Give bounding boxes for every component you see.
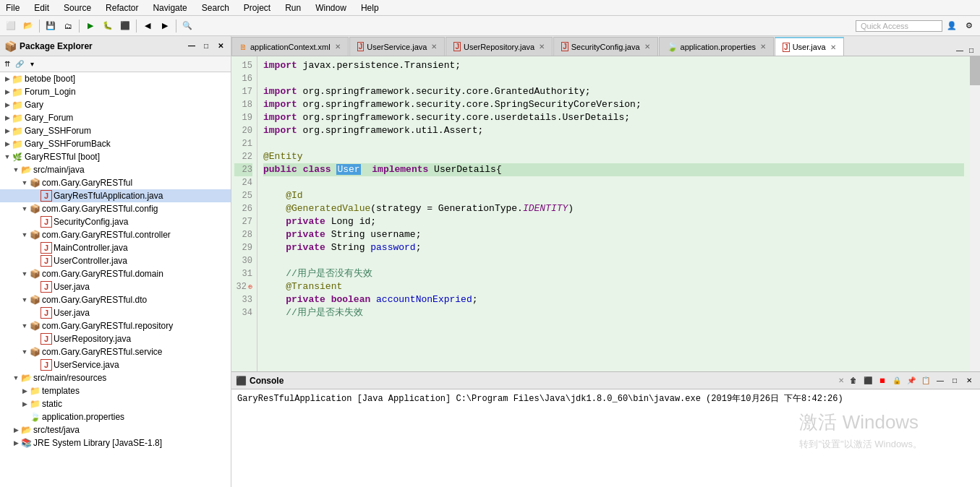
- tree-item-pkg-service[interactable]: ▼ 📦 com.Gary.GaryRESTful.service: [0, 345, 231, 358]
- tree-item-forum-login[interactable]: ▶ 📁 Forum_Login: [0, 85, 231, 98]
- tab-applicationcontext[interactable]: 🗎 applicationContext.xml ✕: [231, 37, 349, 56]
- menu-navigate[interactable]: Navigate: [150, 1, 189, 14]
- menu-window[interactable]: Window: [312, 1, 349, 14]
- tree-item-main-ctrl[interactable]: J MainController.java: [0, 241, 231, 254]
- tab-close-userservice[interactable]: ✕: [431, 43, 437, 51]
- console-stop-btn[interactable]: ⬛: [861, 374, 874, 387]
- toolbar-stop[interactable]: ⬛: [117, 18, 133, 34]
- tree-item-user-domain[interactable]: J User.java: [0, 280, 231, 293]
- pkg-link-editor[interactable]: 🔗: [14, 59, 25, 70]
- tab-securityconfig[interactable]: J SecurityConfig.java ✕: [553, 37, 657, 56]
- line-24: [263, 176, 964, 189]
- menu-source[interactable]: Source: [61, 1, 94, 14]
- menu-search[interactable]: Search: [199, 1, 232, 14]
- quick-access-input[interactable]: Quick Access: [856, 20, 942, 32]
- tree-item-user-service[interactable]: J UserService.java: [0, 358, 231, 371]
- tab-appprops[interactable]: 🍃 application.properties ✕: [659, 37, 775, 56]
- tab-close-appprops[interactable]: ✕: [760, 43, 766, 51]
- tree-item-jre[interactable]: ▶ 📚 JRE System Library [JavaSE-1.8]: [0, 436, 231, 449]
- tree-item-src-main-java[interactable]: ▼ 📂 src/main/java: [0, 163, 231, 176]
- tab-label-userjava: User.java: [793, 43, 826, 51]
- tree-item-pkg-repository[interactable]: ▼ 📦 com.Gary.GaryRESTful.repository: [0, 319, 231, 332]
- toolbar-back[interactable]: ◀: [140, 18, 155, 34]
- toolbar-saveall[interactable]: 🗂: [60, 18, 76, 34]
- pkg-view-menu[interactable]: ▾: [26, 59, 38, 70]
- toolbar-settings[interactable]: ⚙: [961, 18, 977, 34]
- console-clear-btn[interactable]: 🗑: [847, 374, 860, 387]
- menu-run[interactable]: Run: [282, 1, 304, 14]
- arrow-src-main: ▼: [12, 166, 20, 173]
- toolbar-open[interactable]: 📂: [20, 18, 36, 34]
- tree-item-user-dto[interactable]: J User.java: [0, 306, 231, 319]
- editor-maximize-btn[interactable]: □: [966, 44, 977, 56]
- tree-item-pkg-dto[interactable]: ▼ 📦 com.Gary.GaryRESTful.dto: [0, 293, 231, 306]
- tree-item-gary-sshback[interactable]: ▶ 📁 Gary_SSHForumBack: [0, 137, 231, 150]
- package-close-btn[interactable]: ✕: [215, 40, 226, 52]
- package-minimize-btn[interactable]: —: [186, 40, 197, 52]
- tab-userservice[interactable]: J UserService.java ✕: [349, 37, 446, 56]
- toolbar-save[interactable]: 💾: [43, 18, 59, 34]
- pkg-collapse-all[interactable]: ⇈: [1, 59, 13, 70]
- tree-item-pkg-root[interactable]: ▼ 📦 com.Gary.GaryRESTful: [0, 176, 231, 189]
- tree-item-pkg-domain[interactable]: ▼ 📦 com.Gary.GaryRESTful.domain: [0, 267, 231, 280]
- tree-item-app-props[interactable]: 🍃 application.properties: [0, 410, 231, 423]
- tree-item-garyrestful[interactable]: ▼ 🌿 GaryRESTful [boot]: [0, 150, 231, 163]
- ln-24: 24: [234, 176, 252, 189]
- console-terminate-btn[interactable]: ⏹: [876, 374, 889, 387]
- tab-close-userjava[interactable]: ✕: [830, 43, 836, 51]
- tab-close-userrepository[interactable]: ✕: [539, 43, 545, 51]
- menu-project[interactable]: Project: [241, 1, 273, 14]
- console-minimize-btn[interactable]: —: [934, 374, 947, 387]
- toolbar-new[interactable]: ⬜: [3, 18, 19, 34]
- console-title: Console: [250, 376, 835, 386]
- tab-label-userservice: UserService.java: [367, 43, 427, 51]
- tree-item-static[interactable]: ▶ 📁 static: [0, 397, 231, 410]
- editor-vertical-scrollbar[interactable]: [970, 56, 980, 371]
- scrollbar-thumb[interactable]: [970, 56, 980, 85]
- toolbar-search[interactable]: 🔍: [179, 18, 195, 34]
- console-scroll-lock-btn[interactable]: 🔒: [890, 374, 903, 387]
- toolbar-run[interactable]: ▶: [82, 18, 98, 34]
- tree-item-user-repo[interactable]: J UserRepository.java: [0, 332, 231, 345]
- menu-refactor[interactable]: Refactor: [103, 1, 141, 14]
- icon-gary-app: J: [41, 190, 52, 202]
- tree-item-betobe[interactable]: ▶ 📁 betobe [boot]: [0, 72, 231, 85]
- icon-pkg-controller: 📦: [29, 229, 41, 241]
- console-settings-btn[interactable]: 📋: [919, 374, 932, 387]
- tree-item-src-main-resources[interactable]: ▼ 📂 src/main/resources: [0, 371, 231, 384]
- console-maximize-btn[interactable]: □: [948, 374, 961, 387]
- tab-close-securityconfig[interactable]: ✕: [644, 43, 650, 51]
- arrow-jre: ▶: [12, 439, 20, 447]
- scrollbar-track: [970, 56, 980, 371]
- console-close-btn[interactable]: ✕: [963, 374, 976, 387]
- package-maximize-btn[interactable]: □: [200, 40, 212, 52]
- tree-item-src-test[interactable]: ▶ 📂 src/test/java: [0, 423, 231, 436]
- tab-close-applicationcontext[interactable]: ✕: [335, 43, 341, 51]
- tree-item-gary-app[interactable]: J GaryResTfulApplication.java: [0, 189, 231, 202]
- tree-item-templates[interactable]: ▶ 📁 templates: [0, 384, 231, 397]
- menu-help[interactable]: Help: [358, 1, 382, 14]
- menu-edit[interactable]: Edit: [31, 1, 52, 14]
- console-header: ⬛ Console ✕ 🗑 ⬛ ⏹ 🔒 📌 📋 — □ ✕: [231, 372, 980, 389]
- code-content[interactable]: import javax.persistence.Transient; impo…: [257, 56, 970, 371]
- tab-userjava[interactable]: J User.java ✕: [775, 37, 843, 56]
- tree-item-gary-forum[interactable]: ▶ 📁 Gary_Forum: [0, 111, 231, 124]
- tab-userrepository[interactable]: J UserRepository.java ✕: [446, 37, 553, 56]
- toolbar-forward[interactable]: ▶: [157, 18, 173, 34]
- label-gary-app: GaryResTfulApplication.java: [54, 191, 163, 201]
- menu-file[interactable]: File: [3, 1, 22, 14]
- tree-item-security-config[interactable]: J SecurityConfig.java: [0, 215, 231, 228]
- tree-item-pkg-config[interactable]: ▼ 📦 com.Gary.GaryRESTful.config: [0, 202, 231, 215]
- tree-item-gary[interactable]: ▶ 📁 Gary: [0, 98, 231, 111]
- editor-minimize-btn[interactable]: —: [954, 44, 966, 56]
- toolbar-debug[interactable]: 🐛: [100, 18, 116, 34]
- label-src-test: src/test/java: [33, 425, 80, 435]
- arrow-gary-sshback: ▶: [3, 140, 12, 147]
- tree-item-gary-ssh[interactable]: ▶ 📁 Gary_SSHForum: [0, 124, 231, 137]
- code-editor[interactable]: 15 16 17 18 19 20 21 22 23 24 25 26 27 2…: [231, 56, 980, 371]
- tree-item-user-ctrl[interactable]: J UserController.java: [0, 254, 231, 267]
- toolbar-profile[interactable]: 👤: [944, 18, 960, 34]
- console-pin-btn[interactable]: 📌: [905, 374, 918, 387]
- tree-item-pkg-controller[interactable]: ▼ 📦 com.Gary.GaryRESTful.controller: [0, 228, 231, 241]
- package-explorer-icon: 📦: [4, 40, 17, 52]
